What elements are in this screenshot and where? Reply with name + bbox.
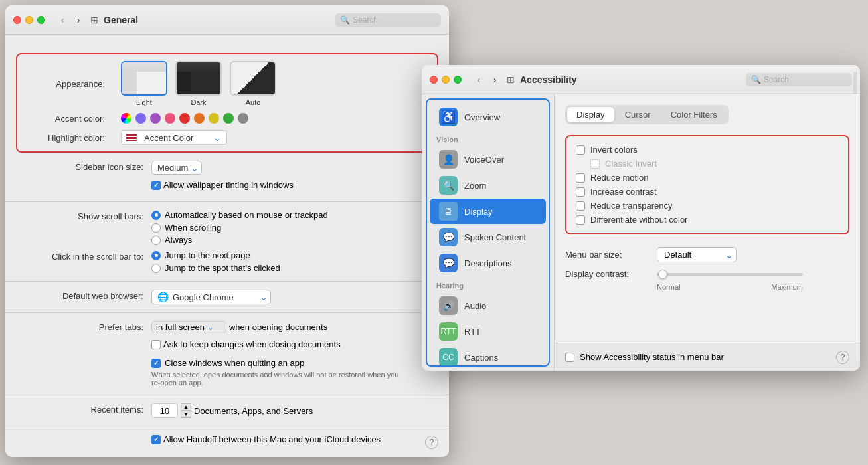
divider-4 [5,395,449,395]
click-next-page-radio[interactable] [151,251,161,260]
swatch-purple-blue[interactable] [135,113,146,124]
sidebar-item-display[interactable]: 🖥 Display [430,199,546,224]
tab-color-filters[interactable]: Color Filters [661,107,727,122]
handoff-checkbox[interactable] [151,435,161,444]
tab-display[interactable]: Display [567,107,614,122]
reduce-transparency-checkbox[interactable] [576,201,585,211]
click-spot-option[interactable]: Jump to the spot that's clicked [151,263,280,273]
back-button[interactable]: ‹ [56,13,69,27]
increase-contrast-checkbox[interactable] [576,187,585,197]
sidebar-item-zoom[interactable]: 🔍 Zoom [430,173,546,198]
prefer-tabs-dropdown[interactable]: in full screen ⌄ [151,321,226,333]
scroll-auto-option[interactable]: Automatically based on mouse or trackpad [151,210,328,220]
differentiate-without-color-checkbox[interactable] [576,215,585,225]
swatch-purple[interactable] [150,113,161,124]
wallpaper-tinting-checkbox[interactable] [151,181,161,190]
theme-dark-thumbnail[interactable] [175,61,222,96]
acc-grid-icon[interactable]: ⊞ [507,74,515,85]
swatch-multicolor[interactable] [121,113,131,124]
default-browser-dropdown[interactable]: 🌐 Google Chrome ⌄ [151,290,271,304]
theme-light-label: Light [136,98,152,106]
nav-buttons: ‹ › [56,13,85,27]
forward-button[interactable]: › [72,13,85,27]
accessibility-window: ‹ › ⊞ Accessibility 🔍 Search ♿ Overview … [422,65,860,371]
click-next-page-option[interactable]: Jump to the next page [151,250,280,260]
sidebar-item-audio[interactable]: 🔊 Audio [430,293,546,318]
acc-close-button[interactable] [430,76,438,84]
acc-maximize-button[interactable] [454,76,462,84]
swatch-yellow[interactable] [209,113,219,124]
scroll-when-scrolling-option[interactable]: When scrolling [151,223,328,232]
theme-dark[interactable]: Dark [175,61,222,106]
ask-keep-changes-checkbox[interactable] [151,340,161,349]
theme-auto-thumbnail[interactable] [230,61,276,96]
display-contrast-inner: Display contrast: [565,269,803,279]
scroll-when-scrolling-radio[interactable] [151,223,161,232]
sidebar-item-captions[interactable]: CC Captions [430,345,546,367]
tab-cursor[interactable]: Cursor [616,107,660,122]
acc-minimize-button[interactable] [442,76,450,84]
recent-items-spinner: ▲ ▼ [151,403,191,418]
acc-forward-button[interactable]: › [488,73,501,86]
scroll-auto-radio[interactable] [151,211,161,220]
display-contrast-slider[interactable] [657,273,803,276]
minimize-button[interactable] [25,16,33,24]
divider-3 [5,312,449,313]
sidebar-item-descriptions[interactable]: 💬 Descriptions [430,250,546,276]
invert-colors-checkbox[interactable] [576,145,585,155]
sidebar-item-overview[interactable]: ♿ Overview [430,104,546,130]
show-acc-status-checkbox[interactable] [565,353,574,362]
sidebar-icon-size-dropdown[interactable]: Medium ⌄ [151,161,202,175]
scroll-always-label: Always [165,235,192,245]
theme-auto[interactable]: Auto [230,61,276,106]
sidebar-overview-label: Overview [464,112,500,122]
click-spot-radio[interactable] [151,264,161,273]
swatch-green[interactable] [223,113,234,124]
click-scroll-bar-label: Click in the scroll bar to: [19,250,151,262]
sidebar-item-rtt[interactable]: RTT RTT [430,319,546,344]
close-button[interactable] [13,16,21,24]
close-windows-checkbox[interactable] [151,359,161,368]
recent-items-input[interactable] [151,403,178,418]
general-search-box[interactable]: 🔍 Search [335,13,441,27]
ask-keep-changes-label: Ask to keep changes when closing documen… [163,339,341,349]
acc-back-button[interactable]: ‹ [472,73,485,86]
theme-light-thumbnail[interactable] [121,61,167,96]
differentiate-without-color-row: Differentiate without color [576,213,839,227]
recent-items-stepper: ▲ ▼ [181,403,191,418]
ask-keep-changes-control: Ask to keep changes when closing documen… [151,339,436,349]
wallpaper-tinting-control: Allow wallpaper tinting in windows [151,180,436,190]
accessibility-body: ♿ Overview Vision 👤 VoiceOver 🔍 Zoom [422,94,860,371]
slider-max-label: Maximum [771,283,803,291]
theme-light[interactable]: Light [121,61,167,106]
stepper-down[interactable]: ▼ [181,411,191,418]
swatch-orange[interactable] [194,113,205,124]
accessibility-help-button[interactable]: ? [836,351,849,364]
sidebar-item-voiceover[interactable]: 👤 VoiceOver [430,147,546,172]
reduce-motion-checkbox[interactable] [576,173,585,183]
stepper-up[interactable]: ▲ [181,403,191,411]
general-help-button[interactable]: ? [425,436,438,449]
swatch-pink[interactable] [165,113,175,124]
swatch-graphite[interactable] [238,113,248,124]
grid-icon[interactable]: ⊞ [90,15,98,25]
accent-color-label: Accent color: [27,114,113,124]
acc-search-box[interactable]: 🔍 Search [746,73,852,86]
appearance-row: Appearance: Light Dark Auto [27,61,428,106]
acc-search-icon: 🔍 [751,75,761,84]
classic-invert-checkbox[interactable] [590,159,600,169]
sidebar-item-spoken-content[interactable]: 💬 Spoken Content [430,225,546,250]
highlight-color-label: Highlight color: [27,133,113,143]
handoff-row: Allow Handoff between this Mac and your … [5,432,449,450]
maximize-button[interactable] [37,16,45,24]
click-scroll-bar-group: Jump to the next page Jump to the spot t… [151,250,280,273]
scroll-always-radio[interactable] [151,236,161,245]
swatch-red[interactable] [179,113,190,124]
highlight-color-value: Accent Color [144,133,193,143]
prefer-tabs-label: Prefer tabs: [19,321,151,332]
scroll-always-option[interactable]: Always [151,235,328,245]
menu-bar-size-dropdown[interactable]: Default ⌄ [657,247,737,262]
highlight-color-row: Highlight color: Accent Color ⌄ [27,130,428,145]
slider-thumb[interactable] [658,270,667,279]
highlight-color-dropdown[interactable]: Accent Color ⌄ [121,130,227,145]
